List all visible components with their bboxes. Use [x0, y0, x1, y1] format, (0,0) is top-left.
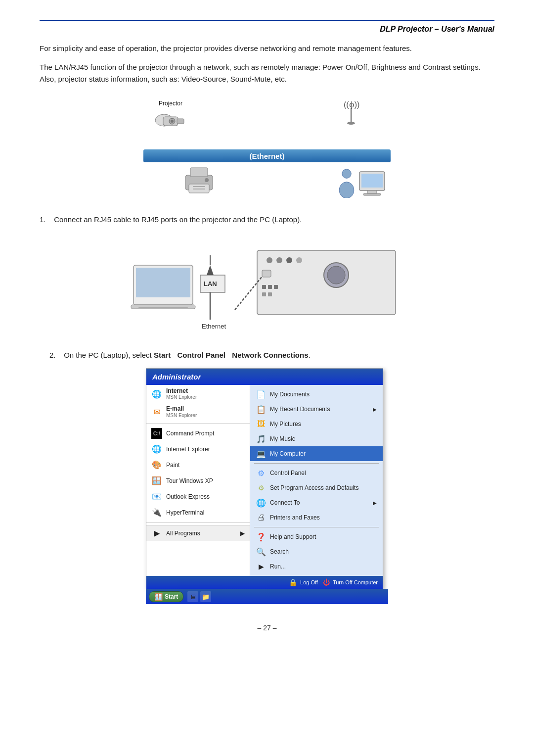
- step2-text: 2. On the PC (Laptop), select Start ˉ Co…: [49, 349, 494, 361]
- startmenu-right: 📄 My Documents 📋 My Recent Documents ▶ 🖼: [250, 385, 383, 576]
- sm-item-controlpanel[interactable]: ⚙ Control Panel: [250, 466, 383, 480]
- taskbar-items: 🖥 📁: [187, 591, 211, 602]
- search-icon: 🔍: [256, 547, 266, 557]
- sm-controlpanel-label: Control Panel: [270, 470, 306, 476]
- sm-all-programs[interactable]: ▶ All Programs ▶: [146, 525, 250, 541]
- lan-diagram-svg: LAN Ethernet: [129, 236, 405, 334]
- startmenu-footer: 🔒 Log Off ⏻ Turn Off Computer: [146, 576, 383, 589]
- sm-item-tourxp[interactable]: 🪟 Tour Windows XP: [146, 473, 250, 489]
- printer-svg: [183, 165, 215, 195]
- sm-help-label: Help and Support: [270, 533, 316, 540]
- connectto-arrow: ▶: [373, 500, 377, 506]
- person-svg: [337, 168, 356, 198]
- outlook-icon: 📧: [151, 491, 162, 502]
- projector-label: Projector: [153, 100, 188, 107]
- sm-item-mypics[interactable]: 🖼 My Pictures: [250, 417, 383, 431]
- svg-rect-18: [367, 190, 377, 193]
- svg-point-31: [267, 257, 272, 263]
- page-number: – 27 –: [258, 624, 277, 632]
- start-label: Start: [165, 593, 178, 600]
- svg-text:((ϕ)): ((ϕ)): [344, 100, 359, 109]
- programs-icon: ▶: [151, 528, 162, 539]
- sm-item-ie[interactable]: 🌐 Internet Explorer: [146, 441, 250, 457]
- sm-divider-right-1: [254, 463, 379, 464]
- sm-item-search[interactable]: 🔍 Search: [250, 544, 383, 559]
- svg-rect-23: [138, 307, 188, 308]
- svg-point-14: [342, 169, 351, 178]
- step1-num: 1.: [40, 215, 46, 224]
- sm-item-recentdocs[interactable]: 📋 My Recent Documents ▶: [250, 402, 383, 417]
- svg-rect-38: [268, 285, 272, 289]
- svg-point-7: [347, 122, 355, 125]
- sm-divider-2: [146, 522, 250, 523]
- step2-sep1: ˉ: [171, 351, 177, 359]
- svg-point-15: [339, 182, 354, 198]
- network-diagram-container: Projector ((ϕ)): [40, 95, 494, 199]
- sm-mypics-label: My Pictures: [270, 421, 301, 427]
- internet-icon: 🌐: [151, 388, 162, 399]
- sm-recentdocs-label: My Recent Documents: [270, 406, 330, 413]
- ethernet-label: (Ethernet): [250, 152, 285, 160]
- step1-text: 1. Connect an RJ45 cable to RJ45 ports o…: [40, 214, 494, 226]
- sm-item-internet[interactable]: 🌐 InternetMSN Explorer: [146, 385, 250, 403]
- sm-outlook-label: Outlook Express: [166, 493, 210, 500]
- monitor-svg: [358, 171, 386, 198]
- sm-cmd-label: Command Prompt: [166, 430, 214, 437]
- taskbar-item-2[interactable]: 📁: [200, 591, 211, 602]
- svg-rect-4: [177, 119, 184, 124]
- sm-divider-right-2: [254, 527, 379, 527]
- mypics-icon: 🖼: [256, 419, 266, 429]
- controlpanel-icon: ⚙: [256, 468, 266, 478]
- svg-point-34: [296, 257, 302, 263]
- paint-icon: 🎨: [151, 460, 162, 471]
- sm-mymusic-label: My Music: [270, 435, 295, 442]
- programaccess-icon: ⚙: [256, 483, 266, 493]
- projector-label-group: Projector: [153, 100, 188, 134]
- sm-item-paint[interactable]: 🎨 Paint: [146, 457, 250, 473]
- sm-hyperterminal-label: HyperTerminal: [166, 509, 204, 516]
- svg-rect-12: [193, 189, 205, 189]
- startmenu-title: Administrator: [152, 373, 201, 381]
- sm-item-mymusic[interactable]: 🎵 My Music: [250, 431, 383, 446]
- svg-rect-41: [268, 292, 272, 296]
- turnoff-label: Turn Off Computer: [333, 579, 378, 585]
- step1-content: Connect an RJ45 cable to RJ45 ports on t…: [54, 215, 302, 224]
- start-button[interactable]: 🪟 Start: [149, 591, 183, 602]
- turnoff-icon: ⏻: [323, 578, 330, 586]
- sm-item-help[interactable]: ❓ Help and Support: [250, 529, 383, 544]
- taskbar-item-1[interactable]: 🖥: [187, 591, 198, 602]
- svg-rect-21: [136, 268, 190, 297]
- recentdocs-icon: 📋: [256, 404, 266, 414]
- sm-item-mydocs[interactable]: 📄 My Documents: [250, 387, 383, 402]
- sm-item-email[interactable]: ✉ E-mailMSN Explorer: [146, 403, 250, 421]
- svg-point-33: [286, 257, 292, 263]
- sm-item-hyperterminal[interactable]: 🔌 HyperTerminal: [146, 505, 250, 520]
- svg-text:Ethernet: Ethernet: [202, 323, 226, 330]
- sm-item-cmdprompt[interactable]: C:\ Command Prompt: [146, 425, 250, 441]
- sm-item-connectto[interactable]: 🌐 Connect To ▶: [250, 495, 383, 510]
- svg-rect-17: [361, 174, 383, 188]
- logoff-button[interactable]: 🔒 Log Off: [289, 578, 318, 586]
- sm-item-mycomputer[interactable]: 💻 My Computer: [250, 446, 383, 461]
- sm-item-programaccess[interactable]: ⚙ Set Program Access and Defaults: [250, 480, 383, 495]
- projector-icon: [153, 108, 188, 133]
- header-rule: [40, 20, 494, 21]
- sm-item-outlook[interactable]: 📧 Outlook Express: [146, 489, 250, 505]
- ie-icon: 🌐: [151, 444, 162, 455]
- sm-item-printers[interactable]: 🖨 Printers and Faxes: [250, 510, 383, 525]
- sm-item-run[interactable]: ▶ Run...: [250, 559, 383, 574]
- sm-run-label: Run...: [270, 563, 286, 570]
- ethernet-bar: (Ethernet): [143, 149, 391, 162]
- svg-rect-11: [193, 186, 205, 187]
- svg-text:LAN: LAN: [204, 280, 217, 287]
- sm-tourxp-label: Tour Windows XP: [166, 477, 213, 484]
- printers-icon: 🖨: [256, 513, 266, 522]
- hyperterminal-icon: 🔌: [151, 507, 162, 518]
- turnoff-button[interactable]: ⏻ Turn Off Computer: [323, 578, 378, 586]
- sm-printers-label: Printers and Faxes: [270, 514, 320, 521]
- run-icon: ▶: [256, 562, 266, 571]
- recentdocs-arrow: ▶: [373, 407, 377, 412]
- taskbar: 🪟 Start 🖥 📁: [146, 589, 388, 604]
- step2-network: Network Connections: [232, 351, 308, 359]
- para2: The LAN/RJ45 function of the projector t…: [40, 61, 494, 85]
